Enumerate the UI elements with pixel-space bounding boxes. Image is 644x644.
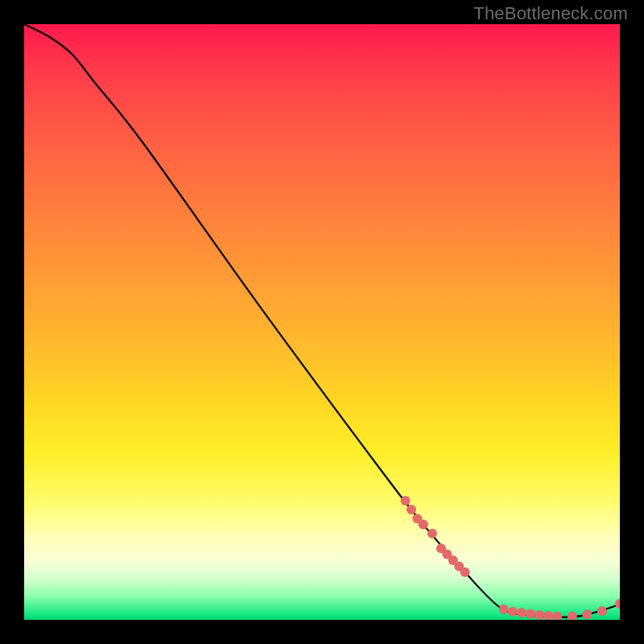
gpu-marker (568, 612, 577, 620)
gpu-marker (526, 609, 535, 619)
gpu-marker (419, 520, 428, 530)
gpu-marker (407, 505, 416, 514)
gpu-marker (552, 612, 562, 620)
gpu-marker (543, 611, 553, 620)
chart-svg (24, 24, 620, 620)
gpu-marker (582, 609, 592, 619)
gpu-marker (517, 608, 526, 617)
gpu-marker (615, 599, 620, 609)
watermark-text: TheBottleneck.com (473, 3, 628, 24)
gpu-marker (597, 606, 607, 616)
bottleneck-curve-path (24, 24, 620, 617)
gpu-marker (535, 610, 544, 620)
gpu-marker (401, 496, 411, 506)
gpu-marker (508, 607, 518, 617)
gpu-marker (499, 605, 509, 614)
gpu-marker (427, 529, 437, 539)
gpu-marker (460, 568, 470, 577)
chart-plot-area (24, 24, 620, 620)
chart-stage: TheBottleneck.com (0, 0, 644, 644)
gpu-markers-group (401, 496, 620, 620)
